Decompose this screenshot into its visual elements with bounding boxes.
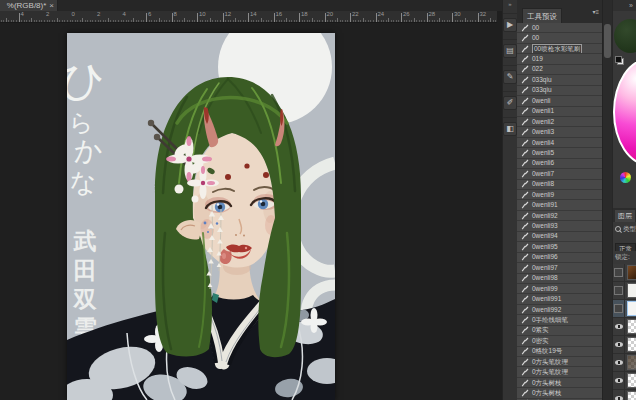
tab-tool-presets[interactable]: 工具预设 bbox=[522, 8, 562, 24]
tool-preset-row[interactable]: 0wenli2 bbox=[517, 117, 602, 127]
layer-thumbnail[interactable] bbox=[627, 265, 636, 280]
tool-preset-row[interactable]: 0wenli6 bbox=[517, 159, 602, 169]
tool-preset-row[interactable]: 0wenli3 bbox=[517, 127, 602, 137]
tool-preset-row[interactable]: 0wenli97 bbox=[517, 263, 602, 273]
eye-icon[interactable] bbox=[615, 342, 623, 347]
visibility-toggle[interactable] bbox=[613, 318, 625, 335]
brush-presets-panel-icon[interactable]: ✐ bbox=[503, 96, 517, 110]
tool-preset-row[interactable]: 0方头笔纹理 bbox=[517, 367, 602, 377]
ruler-label: 28 bbox=[429, 11, 436, 17]
tool-preset-row[interactable]: 0方头树枝 bbox=[517, 378, 602, 388]
visibility-toggle[interactable] bbox=[613, 300, 625, 317]
histogram-panel-icon[interactable]: ▤ bbox=[503, 44, 517, 58]
tool-preset-row[interactable]: 0wenli7 bbox=[517, 169, 602, 179]
tool-preset-row[interactable]: 0wenli8 bbox=[517, 180, 602, 190]
visibility-toggle[interactable] bbox=[613, 390, 625, 400]
tool-preset-row[interactable]: 033qiu bbox=[517, 86, 602, 96]
collapse-dock-icon[interactable]: » bbox=[503, 0, 517, 9]
eye-icon[interactable] bbox=[615, 378, 623, 383]
layer-row[interactable] bbox=[613, 372, 636, 390]
layer-row[interactable] bbox=[613, 264, 636, 282]
tool-preset-row[interactable]: 0wenli bbox=[517, 96, 602, 106]
layer-row[interactable] bbox=[613, 390, 636, 400]
tool-preset-row[interactable]: 0紧实 bbox=[517, 326, 602, 336]
tool-preset-row[interactable]: 00 bbox=[517, 33, 602, 43]
tool-preset-row[interactable]: 0方头笔纹理 bbox=[517, 357, 602, 367]
layer-thumbnail[interactable] bbox=[627, 283, 636, 298]
layer-thumbnail[interactable] bbox=[627, 391, 636, 400]
tool-preset-row[interactable]: 0方头树枝 bbox=[517, 388, 602, 398]
tool-preset-row[interactable]: 0wenli94 bbox=[517, 232, 602, 242]
info-panel-icon[interactable]: ◧ bbox=[503, 122, 517, 136]
color-wheel[interactable] bbox=[613, 58, 636, 166]
ruler-tick bbox=[475, 20, 476, 22]
ruler-label: 2 bbox=[46, 11, 49, 17]
tool-preset-row[interactable]: 019 bbox=[517, 54, 602, 64]
tool-preset-row[interactable]: 0wenli96 bbox=[517, 253, 602, 263]
ruler-tick bbox=[424, 20, 425, 22]
eye-icon[interactable] bbox=[615, 396, 623, 400]
ruler-tick bbox=[92, 20, 93, 22]
tool-preset-row[interactable]: 0wenli98 bbox=[517, 274, 602, 284]
visibility-toggle[interactable] bbox=[613, 282, 625, 299]
tool-preset-row[interactable]: 0wenli93 bbox=[517, 221, 602, 231]
tool-preset-row[interactable]: 00 bbox=[517, 23, 602, 33]
preset-list-scrollbar[interactable] bbox=[602, 0, 612, 400]
tool-preset-row[interactable]: 0wenli991 bbox=[517, 294, 602, 304]
fg-bg-swatch-icon[interactable] bbox=[615, 56, 624, 65]
tool-preset-label: 0wenli98 bbox=[532, 274, 558, 282]
panel-menu-icon[interactable]: ▾≡ bbox=[592, 9, 599, 15]
tool-preset-row[interactable]: 0wenli9 bbox=[517, 190, 602, 200]
layers-filter-label[interactable]: 类型 bbox=[623, 225, 636, 234]
tool-preset-row[interactable]: 0密实 bbox=[517, 336, 602, 346]
ruler-tick bbox=[350, 13, 351, 22]
layer-thumbnail[interactable] bbox=[627, 373, 636, 388]
tool-preset-row[interactable]: 0wenli99 bbox=[517, 284, 602, 294]
visibility-toggle[interactable] bbox=[613, 336, 625, 353]
layer-row[interactable] bbox=[613, 282, 636, 300]
canvas-artwork[interactable]: ひ ら か な 武 田 双 雲 bbox=[67, 33, 335, 400]
layer-row[interactable] bbox=[613, 354, 636, 372]
eye-icon[interactable] bbox=[615, 360, 623, 365]
visibility-toggle[interactable] bbox=[613, 264, 625, 281]
visibility-toggle[interactable] bbox=[613, 354, 625, 371]
ruler-tick bbox=[327, 20, 328, 22]
layer-row[interactable] bbox=[613, 318, 636, 336]
search-icon[interactable] bbox=[615, 226, 621, 232]
tab-layers[interactable]: 图层 bbox=[615, 210, 635, 222]
tool-preset-row[interactable]: 0wenli95 bbox=[517, 242, 602, 252]
layer-thumbnail[interactable] bbox=[627, 355, 636, 370]
actions-panel-icon[interactable]: ▶ bbox=[503, 18, 517, 32]
visibility-toggle[interactable] bbox=[613, 372, 625, 389]
layer-thumbnail[interactable] bbox=[627, 301, 636, 316]
layer-row[interactable] bbox=[613, 300, 636, 318]
eye-icon[interactable] bbox=[615, 324, 623, 329]
visibility-checkbox-empty[interactable] bbox=[614, 286, 623, 295]
ruler-tick bbox=[169, 20, 170, 22]
tool-preset-row[interactable]: 0wenli992 bbox=[517, 305, 602, 315]
tool-preset-row[interactable]: 022 bbox=[517, 65, 602, 75]
tool-preset-row[interactable]: 0wenli1 bbox=[517, 107, 602, 117]
tool-preset-row[interactable]: 033qiu bbox=[517, 75, 602, 85]
layer-row[interactable] bbox=[613, 336, 636, 354]
layer-thumbnail[interactable] bbox=[627, 337, 636, 352]
clone-source-panel-icon[interactable]: ✎ bbox=[503, 70, 517, 84]
close-icon[interactable]: × bbox=[49, 0, 54, 11]
tool-preset-row[interactable]: 00喷枪水彩笔刷 bbox=[517, 44, 602, 54]
scrollbar-thumb[interactable] bbox=[604, 24, 611, 58]
tool-preset-row[interactable]: 0wenli91 bbox=[517, 200, 602, 210]
tool-preset-row[interactable]: 0wenli5 bbox=[517, 148, 602, 158]
lock-row: 锁定: bbox=[613, 251, 636, 263]
layer-thumbnail[interactable] bbox=[627, 319, 636, 334]
tool-preset-row[interactable]: 0格纹19号 bbox=[517, 347, 602, 357]
visibility-checkbox-empty[interactable] bbox=[614, 268, 623, 277]
tool-preset-row[interactable]: 0手绘线细笔 bbox=[517, 315, 602, 325]
tool-preset-row[interactable]: 0wenli92 bbox=[517, 211, 602, 221]
document-tab[interactable]: %(RGB/8)* × bbox=[0, 0, 58, 11]
visibility-checkbox-empty[interactable] bbox=[614, 304, 623, 313]
ruler-label: 14 bbox=[250, 11, 257, 17]
tool-preset-row[interactable]: 0wenli4 bbox=[517, 138, 602, 148]
svg-text:か: か bbox=[74, 134, 103, 167]
color-wheel-mode-icon[interactable] bbox=[620, 172, 631, 183]
collapse-dock-icon[interactable]: » bbox=[629, 2, 633, 9]
